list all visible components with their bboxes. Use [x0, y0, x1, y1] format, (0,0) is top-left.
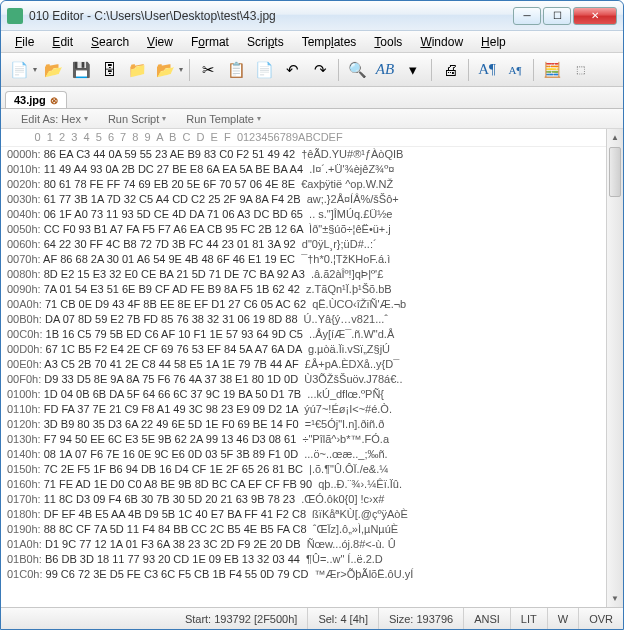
file-tab[interactable]: 43.jpg ⊗ — [5, 91, 67, 108]
edit-as-dropdown[interactable]: Edit As: Hex▾ — [21, 113, 88, 125]
hex-row[interactable]: 00D0h: 67 1C B5 F2 E4 2E CF 69 76 53 EF … — [7, 342, 617, 357]
hex-row[interactable]: 00F0h: D9 33 D5 8E 9A 8A 75 F6 76 4A 37 … — [7, 372, 617, 387]
menu-tools[interactable]: Tools — [366, 33, 410, 51]
statusbar: Start: 193792 [2F500h] Sel: 4 [4h] Size:… — [1, 607, 623, 629]
scroll-up-icon[interactable]: ▲ — [607, 129, 623, 146]
separator — [189, 59, 190, 81]
paste-icon[interactable]: 📄 — [252, 58, 276, 82]
separator — [338, 59, 339, 81]
status-charset[interactable]: ANSI — [464, 608, 511, 629]
open2-icon[interactable]: 📁 — [125, 58, 149, 82]
menu-scripts[interactable]: Scripts — [239, 33, 292, 51]
chevron-down-icon: ▾ — [84, 114, 88, 123]
hex-row[interactable]: 0040h: 06 1F A0 73 11 93 5D CE 4D DA 71 … — [7, 207, 617, 222]
font-large-icon[interactable]: A¶ — [475, 58, 499, 82]
undo-icon[interactable]: ↶ — [280, 58, 304, 82]
window-title: 010 Editor - C:\Users\User\Desktop\test\… — [29, 9, 513, 23]
menu-format[interactable]: Format — [183, 33, 237, 51]
hex-row[interactable]: 01C0h: 99 C6 72 3E D5 FE C3 6C F5 CB 1B … — [7, 567, 617, 582]
hex-row[interactable]: 0160h: 71 FE AD 1E D0 C0 A8 BE 9B 8D BC … — [7, 477, 617, 492]
status-mode2[interactable]: OVR — [579, 608, 623, 629]
hex-row[interactable]: 0050h: CC F0 93 B1 A7 FA F5 F7 A6 EA CB … — [7, 222, 617, 237]
calc-icon[interactable]: 🧮 — [540, 58, 564, 82]
menubar: File Edit Search View Format Scripts Tem… — [1, 31, 623, 53]
open3-icon[interactable]: 📂 — [153, 58, 177, 82]
hex-row[interactable]: 01B0h: B6 DB 3D 18 11 77 93 20 CD 1E 09 … — [7, 552, 617, 567]
hex-row[interactable]: 0030h: 61 77 3B 1A 7D 32 C5 A4 CD C2 25 … — [7, 192, 617, 207]
hex-row[interactable]: 0070h: AF 86 68 2A 30 01 A6 54 9E 4B 48 … — [7, 252, 617, 267]
main-window: 010 Editor - C:\Users\User\Desktop\test\… — [0, 0, 624, 630]
hex-row[interactable]: 00A0h: 71 CB 0E D9 43 4F 8B EE 8E EF D1 … — [7, 297, 617, 312]
hex-row[interactable]: 00C0h: 1B 16 C5 79 5B ED C6 AF 10 F1 1E … — [7, 327, 617, 342]
status-start: Start: 193792 [2F500h] — [175, 608, 309, 629]
open-icon[interactable]: 📂 — [41, 58, 65, 82]
menu-file[interactable]: File — [7, 33, 42, 51]
separator — [468, 59, 469, 81]
hex-row[interactable]: 00B0h: DA 07 8D 59 E2 7B FD 85 76 38 32 … — [7, 312, 617, 327]
hex-row[interactable]: 0140h: 08 1A 07 F6 7E 16 0E 9C E6 0D 03 … — [7, 447, 617, 462]
hex-row[interactable]: 0080h: 8D E2 15 E3 32 E0 CE BA 21 5D 71 … — [7, 267, 617, 282]
toolbar: 📄▾ 📂 💾 🗄 📁 📂▾ ✂ 📋 📄 ↶ ↷ 🔍 AB ▾ 🖨 A¶ A¶ 🧮… — [1, 53, 623, 87]
save-icon[interactable]: 💾 — [69, 58, 93, 82]
scrollbar-thumb[interactable] — [609, 147, 621, 197]
hex-row[interactable]: 0170h: 11 8C D3 09 F4 6B 30 7B 30 5D 20 … — [7, 492, 617, 507]
print-icon[interactable]: 🖨 — [438, 58, 462, 82]
copy-icon[interactable]: 📋 — [224, 58, 248, 82]
status-endian[interactable]: LIT — [511, 608, 548, 629]
find-icon[interactable]: 🔍 — [345, 58, 369, 82]
scroll-down-icon[interactable]: ▼ — [607, 590, 623, 607]
menu-window[interactable]: Window — [412, 33, 471, 51]
down-icon[interactable]: ▾ — [401, 58, 425, 82]
cut-icon[interactable]: ✂ — [196, 58, 220, 82]
hex-row[interactable]: 0130h: F7 94 50 EE 6C E3 5E 9B 62 2A 99 … — [7, 432, 617, 447]
maximize-button[interactable]: ☐ — [543, 7, 571, 25]
dropdown-icon[interactable]: ▾ — [33, 65, 37, 74]
app-icon — [7, 8, 23, 24]
redo-icon[interactable]: ↷ — [308, 58, 332, 82]
hex-column-header: 0 1 2 3 4 5 6 7 8 9 A B C D E F 01234567… — [1, 129, 623, 147]
chevron-down-icon: ▾ — [162, 114, 166, 123]
status-selection: Sel: 4 [4h] — [308, 608, 379, 629]
menu-help[interactable]: Help — [473, 33, 514, 51]
hex-row[interactable]: 0120h: 3D B9 80 35 D3 6A 22 49 6E 5D 1E … — [7, 417, 617, 432]
tab-close-icon[interactable]: ⊗ — [50, 95, 58, 106]
separator — [533, 59, 534, 81]
run-template-dropdown[interactable]: Run Template▾ — [186, 113, 261, 125]
hex-row[interactable]: 00E0h: A3 C5 2B 70 41 2E C8 44 58 E5 1A … — [7, 357, 617, 372]
chevron-down-icon: ▾ — [257, 114, 261, 123]
hex-icon[interactable]: ⬚ — [568, 58, 592, 82]
menu-view[interactable]: View — [139, 33, 181, 51]
menu-edit[interactable]: Edit — [44, 33, 81, 51]
tab-label: 43.jpg — [14, 94, 46, 106]
findtext-icon[interactable]: AB — [373, 58, 397, 82]
close-button[interactable]: ✕ — [573, 7, 617, 25]
hex-row[interactable]: 0060h: 64 22 30 FF 4C B8 72 7D 3B FC 44 … — [7, 237, 617, 252]
minimize-button[interactable]: ─ — [513, 7, 541, 25]
hex-row[interactable]: 0100h: 1D 04 0B 6B DA 5F 64 66 6C 37 9C … — [7, 387, 617, 402]
hex-row[interactable]: 01A0h: D1 9C 77 12 1A 01 F3 6A 38 23 3C … — [7, 537, 617, 552]
hex-row[interactable]: 0190h: 88 8C CF 7A 5D 11 F4 84 BB CC 2C … — [7, 522, 617, 537]
hex-row[interactable]: 0110h: FD FA 37 7E 21 C9 F8 A1 49 3C 98 … — [7, 402, 617, 417]
saveall-icon[interactable]: 🗄 — [97, 58, 121, 82]
hex-row[interactable]: 0180h: DF EF 4B E5 AA 4B D9 5B 1C 40 E7 … — [7, 507, 617, 522]
sub-toolbar: Edit As: Hex▾ Run Script▾ Run Template▾ — [1, 109, 623, 129]
font-small-icon[interactable]: A¶ — [503, 58, 527, 82]
tabstrip: 43.jpg ⊗ — [1, 87, 623, 109]
hex-row[interactable]: 0010h: 11 49 A4 93 0A 2B DC 27 BE E8 6A … — [7, 162, 617, 177]
hex-row[interactable]: 0020h: 80 61 78 FE FF 74 69 EB 20 5E 6F … — [7, 177, 617, 192]
hex-row[interactable]: 0090h: 7A 01 54 E3 51 6E B9 CF AD FE B9 … — [7, 282, 617, 297]
hex-editor[interactable]: 0 1 2 3 4 5 6 7 8 9 A B C D E F 01234567… — [1, 129, 623, 607]
status-size: Size: 193796 — [379, 608, 464, 629]
vertical-scrollbar[interactable]: ▲ ▼ — [606, 129, 623, 607]
new-icon[interactable]: 📄 — [7, 58, 31, 82]
hex-row[interactable]: 0150h: 7C 2E F5 1F B6 94 DB 16 D4 CF 1E … — [7, 462, 617, 477]
menu-templates[interactable]: Templates — [294, 33, 365, 51]
hex-rows[interactable]: 0000h: 86 EA C3 44 0A 59 55 23 AE B9 83 … — [1, 147, 623, 582]
menu-search[interactable]: Search — [83, 33, 137, 51]
hex-row[interactable]: 0000h: 86 EA C3 44 0A 59 55 23 AE B9 83 … — [7, 147, 617, 162]
titlebar[interactable]: 010 Editor - C:\Users\User\Desktop\test\… — [1, 1, 623, 31]
status-mode1[interactable]: W — [548, 608, 579, 629]
dropdown-icon[interactable]: ▾ — [179, 65, 183, 74]
separator — [431, 59, 432, 81]
run-script-dropdown[interactable]: Run Script▾ — [108, 113, 166, 125]
